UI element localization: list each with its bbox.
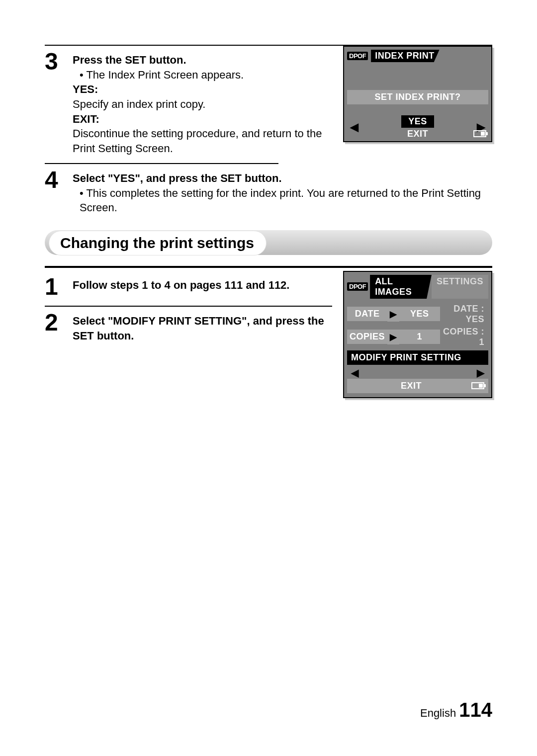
step-4: 4 Select "YES", and press the SET button… bbox=[45, 168, 492, 215]
dpof-badge: DPOF bbox=[347, 52, 368, 60]
battery-icon bbox=[473, 130, 486, 137]
arrow-left-icon: ◀ bbox=[351, 367, 359, 379]
step-number: 2 bbox=[45, 311, 73, 335]
step-3: 3 Press the SET button. The Index Print … bbox=[45, 50, 332, 156]
lcd-exit-option: EXIT bbox=[351, 381, 471, 391]
yes-text: Specify an index print copy. bbox=[73, 97, 332, 112]
divider bbox=[45, 266, 492, 268]
exit-label: EXIT: bbox=[73, 112, 332, 127]
step-lead: Select "MODIFY PRINT SETTING", and press… bbox=[73, 314, 332, 343]
date-label: DATE bbox=[347, 307, 387, 321]
copies-summary: COPIES : 1 bbox=[440, 327, 489, 347]
footer-language: English bbox=[420, 707, 456, 719]
divider bbox=[45, 306, 332, 307]
step-number: 4 bbox=[45, 168, 73, 192]
lcd-all-images: DPOF ALL IMAGES SETTINGS DATE ▶ YES DATE… bbox=[343, 271, 492, 398]
copies-label: COPIES bbox=[347, 330, 387, 344]
lcd-yes-option: YES bbox=[401, 115, 434, 128]
date-value: YES bbox=[399, 307, 440, 321]
step-bullet: The Index Print Screen appears. bbox=[80, 68, 332, 83]
dpof-badge: DPOF bbox=[347, 282, 368, 291]
arrow-right-icon: ▶ bbox=[387, 307, 399, 322]
lcd-tab-inactive: SETTINGS bbox=[432, 275, 488, 299]
step-b2: 2 Select "MODIFY PRINT SETTING", and pre… bbox=[45, 311, 332, 343]
step-bullet: This completes the setting for the index… bbox=[80, 186, 492, 215]
date-summary: DATE : YES bbox=[440, 304, 489, 325]
arrow-left-icon: ◀ bbox=[350, 121, 359, 134]
divider bbox=[45, 163, 278, 164]
footer-page-number: 114 bbox=[459, 699, 492, 721]
exit-text: Discontinue the setting procedure, and r… bbox=[73, 126, 332, 156]
yes-label: YES: bbox=[73, 82, 332, 97]
copies-value: 1 bbox=[399, 330, 440, 344]
lcd-title: INDEX PRINT bbox=[371, 50, 440, 62]
manual-page: 3 Press the SET button. The Index Print … bbox=[0, 0, 537, 756]
battery-icon bbox=[471, 382, 484, 389]
lcd-exit-option: EXIT bbox=[407, 129, 428, 139]
step-lead: Press the SET button. bbox=[73, 53, 332, 68]
arrow-right-icon: ▶ bbox=[387, 330, 399, 344]
step-lead: Follow steps 1 to 4 on pages 111 and 112… bbox=[73, 278, 332, 293]
lcd-index-print: DPOF INDEX PRINT SET INDEX PRINT? ◀ YES … bbox=[343, 46, 492, 142]
modify-print-setting: MODIFY PRINT SETTING bbox=[347, 350, 488, 365]
step-number: 1 bbox=[45, 275, 73, 299]
step-b1: 1 Follow steps 1 to 4 on pages 111 and 1… bbox=[45, 275, 332, 299]
section-heading: Changing the print settings bbox=[45, 230, 492, 256]
arrow-right-icon: ▶ bbox=[477, 367, 485, 379]
step-number: 3 bbox=[45, 50, 73, 74]
step-lead: Select "YES", and press the SET button. bbox=[73, 171, 492, 186]
lcd-tab-active: ALL IMAGES bbox=[370, 275, 432, 299]
section-title: Changing the print settings bbox=[49, 231, 267, 255]
page-footer: English 114 bbox=[420, 699, 492, 721]
lcd-prompt: SET INDEX PRINT? bbox=[347, 90, 488, 104]
